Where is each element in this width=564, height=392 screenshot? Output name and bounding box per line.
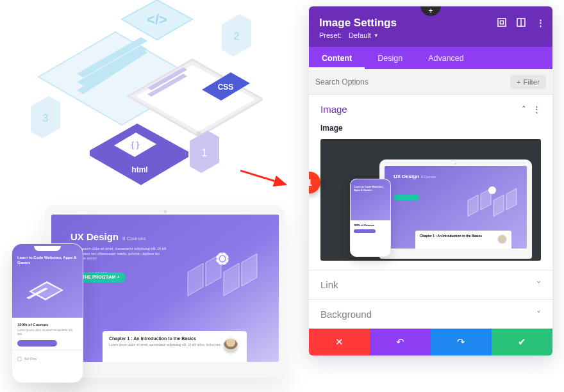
section-background: Background ˅	[309, 300, 552, 329]
avatar	[222, 338, 239, 354]
tabs: Content Design Advanced	[309, 47, 552, 69]
svg-marker-31	[468, 195, 478, 216]
tab-content[interactable]: Content	[309, 47, 365, 69]
kebab-menu-icon[interactable]: ⋮	[536, 18, 545, 27]
svg-point-35	[488, 186, 496, 194]
section-link: Link ˅	[309, 270, 552, 300]
phone-frame: Learn to Code Websites, Apps & Games 100…	[12, 243, 83, 383]
redo-button[interactable]: ↷	[431, 329, 492, 355]
section-image: Image ˄ ⋮ Image UX Design8 Courses Chapt…	[309, 95, 552, 270]
undo-button[interactable]: ↶	[370, 329, 431, 355]
save-button[interactable]: ✔	[492, 329, 552, 355]
image-field-label: Image	[320, 124, 541, 133]
phone-section-title: 100% of Courses	[17, 323, 78, 327]
isometric-layers-graphic: </> 2 3 CSS	[26, 0, 263, 192]
card-3-label: 3	[43, 113, 49, 124]
svg-marker-20	[224, 263, 239, 296]
phone-pill-button	[17, 340, 57, 347]
device-mockup: UX Design8 Courses Lorem ipsum dolor sit…	[6, 205, 288, 391]
expand-icon[interactable]	[497, 18, 506, 27]
html-tag: html	[131, 165, 147, 174]
svg-marker-33	[494, 195, 504, 216]
chevron-up-icon: ˄	[522, 104, 526, 114]
chevron-down-icon: ˅	[536, 280, 541, 290]
undo-icon: ↶	[396, 336, 404, 348]
svg-rect-27	[498, 19, 506, 26]
plus-icon: +	[517, 78, 521, 86]
image-preview: UX Design8 Courses Chapter 1 : An Introd…	[344, 153, 536, 256]
css-tag: CSS	[218, 83, 234, 92]
tab-design[interactable]: Design	[365, 47, 415, 69]
check-icon: ✔	[518, 336, 526, 348]
code-icon: </>	[147, 12, 167, 28]
svg-rect-28	[501, 21, 504, 24]
close-icon: ✕	[335, 336, 344, 348]
section-background-header[interactable]: Background ˅	[320, 309, 541, 320]
section-image-header[interactable]: Image ˄ ⋮	[320, 104, 541, 115]
ux-title: UX Design8 Courses	[70, 231, 145, 242]
filter-button[interactable]: +Filter	[510, 75, 546, 89]
checkbox-icon	[17, 357, 22, 361]
chevron-down-icon: ▼	[374, 33, 379, 38]
phone-header: Learn to Code Websites, Apps & Games	[17, 256, 83, 265]
card-2-label: 2	[234, 31, 240, 42]
chapter-card: Chapter 1 : An Introduction to the Basic…	[103, 331, 247, 362]
redo-icon: ↷	[457, 336, 465, 348]
svg-marker-25	[31, 283, 61, 298]
annotation-badge-1: 1	[309, 172, 320, 193]
chevron-down-icon: ˅	[536, 309, 541, 320]
svg-marker-34	[506, 188, 517, 210]
preset-selector[interactable]: Preset: Default▼	[319, 31, 542, 39]
panel-layout-icon[interactable]	[517, 18, 526, 27]
search-bar: +Filter	[309, 69, 552, 95]
section-link-header[interactable]: Link ˅	[320, 279, 541, 290]
braces-tag: { }	[131, 140, 140, 149]
card-1-label: 1	[202, 147, 208, 158]
image-preview-well[interactable]: UX Design8 Courses Chapter 1 : An Introd…	[320, 139, 541, 261]
svg-marker-14	[90, 124, 188, 185]
svg-marker-21	[242, 254, 257, 286]
image-settings-panel: + Image Settings Preset: Default▼ ⋮ Cont…	[309, 6, 552, 355]
iso-windows-graphic	[181, 237, 265, 307]
left-illustration-pane: </> 2 3 CSS	[0, 0, 288, 392]
ux-body-copy: Lorem ipsum dolor sit amet, consectetur …	[70, 247, 167, 261]
search-input[interactable]	[315, 78, 510, 86]
cancel-button[interactable]: ✕	[309, 329, 370, 355]
panel-footer-actions: ✕ ↶ ↷ ✔	[309, 329, 552, 355]
tab-advanced[interactable]: Advanced	[415, 47, 477, 69]
svg-marker-18	[188, 263, 203, 296]
kebab-menu-icon[interactable]: ⋮	[533, 104, 541, 114]
